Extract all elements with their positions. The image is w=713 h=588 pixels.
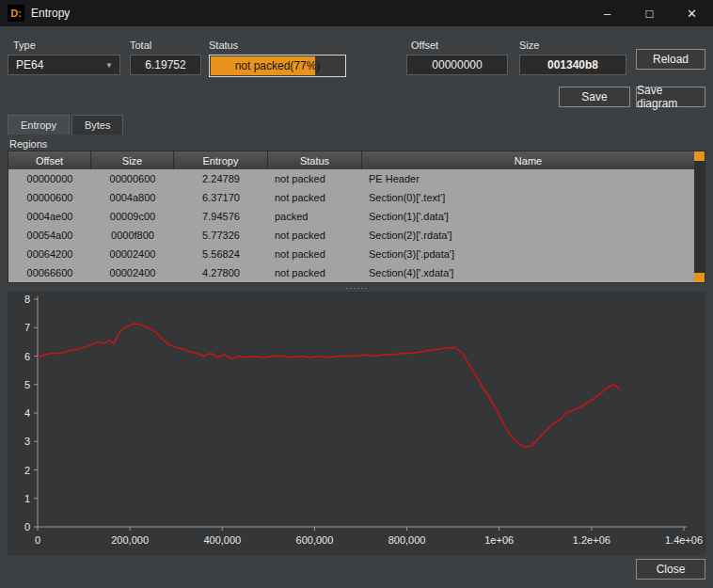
cell-name: Section(0)['.text'] (362, 188, 694, 207)
size-input[interactable]: 001340b8 (519, 55, 626, 75)
cell-size: 00009c00 (91, 207, 174, 226)
cell-name: Section(3)['.pdata'] (362, 245, 694, 263)
x-tick-label: 200,000 (111, 534, 149, 546)
entropy-chart: 8765432100200,000400,000600,000800,0001e… (8, 292, 705, 556)
main-content: Type PE64 ▼ Total 6.19752 Status not pac… (0, 26, 713, 588)
close-button[interactable]: Close (636, 559, 705, 580)
tab-bytes[interactable]: Bytes (71, 115, 124, 135)
entropy-curve (38, 324, 620, 448)
save-diagram-button[interactable]: Save diagram (636, 87, 705, 107)
cell-name: Section(2)['.rdata'] (362, 226, 694, 245)
cell-size: 0000f800 (91, 226, 174, 245)
offset-label: Offset (411, 40, 438, 51)
x-tick-label: 1e+06 (484, 534, 514, 546)
offset-input[interactable]: 00000000 (406, 55, 508, 75)
window-controls: – □ ✕ (586, 0, 713, 26)
header-status[interactable]: Status (268, 151, 362, 169)
type-dropdown[interactable]: PE64 ▼ (8, 55, 120, 75)
cell-offset: 00000600 (8, 188, 91, 207)
cell-entropy: 5.77326 (174, 226, 268, 245)
cell-entropy: 6.37170 (174, 188, 268, 207)
cell-status: not packed (268, 245, 362, 263)
cell-entropy: 2.24789 (174, 169, 268, 188)
header-offset[interactable]: Offset (8, 151, 91, 169)
table-scrollbar[interactable] (694, 151, 705, 282)
table-row[interactable]: 00000000 00000600 2.24789 not packed PE … (8, 169, 694, 188)
y-tick-label: 1 (24, 493, 30, 504)
total-value-box: 6.19752 (130, 55, 201, 75)
y-tick-label: 6 (24, 351, 30, 362)
x-tick-label: 1.2e+06 (573, 534, 610, 546)
cell-offset: 00000000 (8, 169, 91, 188)
regions-table: Offset Size Entropy Status Name 00000000… (8, 151, 705, 283)
cell-name: PE Header (362, 169, 694, 188)
tab-entropy[interactable]: Entropy (8, 115, 70, 135)
cell-entropy: 5.56824 (174, 245, 268, 263)
tab-bar: Entropy Bytes (8, 115, 125, 135)
reload-button[interactable]: Reload (636, 49, 705, 70)
size-label: Size (519, 40, 539, 51)
cell-status: not packed (268, 263, 362, 282)
scroll-down-icon[interactable] (694, 273, 705, 282)
save-button[interactable]: Save (559, 87, 630, 107)
window-title: Entropy (31, 7, 70, 20)
entropy-chart-svg: 8765432100200,000400,000600,000800,0001e… (8, 292, 705, 556)
table-row[interactable]: 00000600 0004a800 6.37170 not packed Sec… (8, 188, 694, 207)
cell-entropy: 7.94576 (174, 207, 268, 226)
splitter-handle[interactable]: ······ (0, 284, 713, 292)
x-tick-label: 1.4e+06 (665, 534, 703, 546)
type-label: Type (13, 40, 36, 51)
status-progress-text: not packed(77%) (210, 56, 345, 76)
y-tick-label: 2 (24, 465, 30, 476)
table-row[interactable]: 00064200 00002400 5.56824 not packed Sec… (8, 245, 694, 263)
cell-status: packed (268, 207, 362, 226)
header-name[interactable]: Name (362, 151, 694, 169)
cell-name: Section(1)['.data'] (362, 207, 694, 226)
y-tick-label: 0 (24, 521, 30, 532)
status-progress: not packed(77%) (209, 55, 346, 77)
cell-size: 00002400 (91, 263, 174, 282)
header-size[interactable]: Size (91, 151, 174, 169)
y-tick-label: 8 (24, 294, 30, 305)
x-tick-label: 600,000 (296, 534, 334, 546)
y-tick-label: 3 (24, 436, 30, 447)
titlebar: D: Entropy – □ ✕ (0, 0, 713, 26)
x-tick-label: 800,000 (388, 534, 426, 546)
x-tick-label: 400,000 (203, 534, 241, 546)
cell-size: 00002400 (91, 245, 174, 263)
chevron-down-icon: ▼ (105, 61, 119, 70)
cell-offset: 0004ae00 (8, 207, 91, 226)
regions-label: Regions (9, 138, 47, 150)
x-tick-label: 0 (35, 534, 40, 546)
close-window-button[interactable]: ✕ (671, 0, 713, 26)
type-dropdown-value: PE64 (16, 58, 43, 72)
scroll-up-icon[interactable] (694, 151, 705, 161)
table-row[interactable]: 0004ae00 00009c00 7.94576 packed Section… (8, 207, 694, 226)
cell-name: Section(4)['.xdata'] (362, 263, 694, 282)
cell-status: not packed (268, 169, 362, 188)
header-entropy[interactable]: Entropy (174, 151, 268, 169)
cell-size: 00000600 (91, 169, 174, 188)
y-tick-label: 7 (24, 322, 30, 333)
table-row[interactable]: 00054a00 0000f800 5.77326 not packed Sec… (8, 226, 694, 245)
cell-status: not packed (268, 188, 362, 207)
table-row[interactable]: 00066600 00002400 4.27800 not packed Sec… (8, 263, 694, 282)
regions-table-main: Offset Size Entropy Status Name 00000000… (8, 151, 694, 282)
cell-offset: 00054a00 (8, 226, 91, 245)
y-tick-label: 5 (24, 379, 30, 390)
y-tick-label: 4 (24, 407, 30, 419)
maximize-button[interactable]: □ (628, 0, 671, 26)
minimize-button[interactable]: – (586, 0, 628, 26)
cell-offset: 00066600 (8, 263, 91, 282)
cell-entropy: 4.27800 (174, 263, 268, 282)
app-icon: D: (8, 5, 24, 22)
cell-size: 0004a800 (91, 188, 174, 207)
status-label: Status (209, 40, 238, 51)
total-label: Total (130, 40, 151, 51)
table-header-row: Offset Size Entropy Status Name (8, 151, 694, 169)
cell-offset: 00064200 (8, 245, 91, 263)
cell-status: not packed (268, 226, 362, 245)
